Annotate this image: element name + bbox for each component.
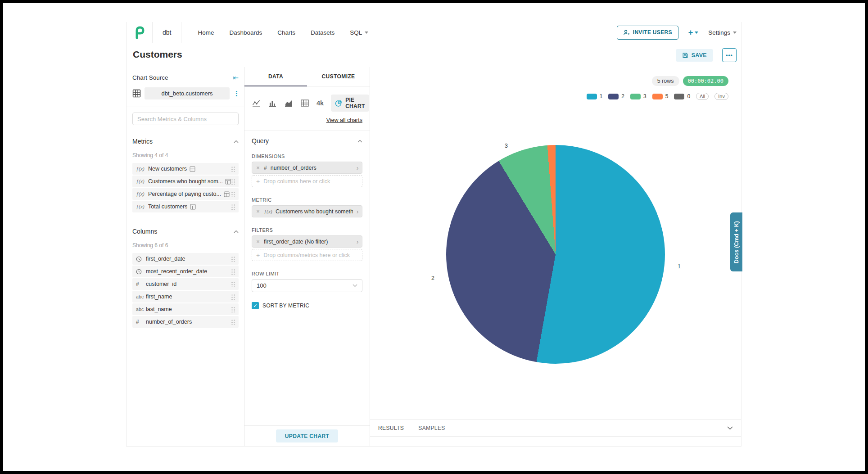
save-button[interactable]: SAVE [676,49,713,62]
metric-definition-icon[interactable] [190,204,196,210]
settings-menu[interactable]: Settings [708,29,737,36]
column-list-item[interactable]: most_recent_order_date [132,266,239,277]
metric-list-item[interactable]: ƒ(x) Total customers [132,201,239,212]
filters-control: FILTERS × first_order_date (No filter) ›… [252,227,362,261]
area-chart-icon[interactable] [284,99,293,108]
collapse-panel-icon[interactable]: ⇤ [233,74,239,81]
drag-handle[interactable] [231,178,235,185]
clock-icon [136,269,146,275]
column-list-item[interactable]: first_order_date [132,253,239,265]
drop-columns-zone[interactable]: + Drop columns here or click [252,175,362,187]
invite-users-button[interactable]: INVITE USERS [617,26,678,40]
nav-actions: INVITE USERS + Settings [617,26,741,40]
checkbox-checked-icon[interactable] [252,302,259,309]
nav-item-sql[interactable]: SQL [350,29,368,36]
nav-item-datasets[interactable]: Datasets [311,29,335,36]
remove-icon[interactable]: × [252,208,264,215]
legend-item[interactable]: 5 [652,93,669,99]
legend-invert-button[interactable]: Inv [714,93,728,100]
update-chart-button[interactable]: UPDATE CHART [276,429,338,442]
chevron-up-icon[interactable] [234,140,239,143]
drag-handle[interactable] [231,203,235,210]
drop-filters-zone[interactable]: + Drop columns/metrics here or click [252,249,362,261]
metric-definition-icon[interactable] [224,191,230,197]
workspace-name[interactable]: dbt [153,22,181,43]
metrics-showing-count: Showing 4 of 4 [132,152,239,158]
chart-legend: 1 2 3 5 0 [587,93,728,100]
chevron-up-icon[interactable] [357,140,362,143]
dataset-options-icon[interactable]: ⋮ [233,92,239,95]
legend-item[interactable]: 2 [608,93,624,99]
dimensions-label: DIMENSIONS [252,153,362,159]
metric-pill[interactable]: × ƒ(x) Customers who bought something › [252,205,362,217]
search-input[interactable] [132,113,239,125]
save-icon [682,52,688,59]
metric-definition-icon[interactable] [190,166,195,172]
drag-handle[interactable] [231,293,235,300]
legend-item[interactable]: 1 [587,93,603,99]
sort-by-metric-toggle[interactable]: SORT BY METRIC [252,302,362,309]
drag-handle[interactable] [231,191,235,197]
legend-item[interactable]: 0 [674,93,690,99]
column-list-item[interactable]: abc last_name [132,303,239,315]
legend-swatch [674,94,684,99]
metric-label: METRIC [252,197,362,203]
big-number-chart-icon[interactable]: 4k [316,99,324,107]
chevron-down-icon [695,32,698,34]
dataset-selector[interactable]: dbt_beto.customers [145,87,230,99]
tab-samples[interactable]: SAMPLES [418,425,445,431]
bar-chart-icon[interactable] [268,99,277,108]
metric-definition-icon[interactable] [225,179,231,185]
expand-results-icon[interactable] [727,426,733,430]
current-chart-type[interactable]: PIE CHART [331,95,369,112]
chevron-right-icon[interactable]: › [353,238,362,245]
remove-icon[interactable]: × [252,238,264,245]
dimensions-control: DIMENSIONS × # number_of_orders › + Drop… [252,153,362,187]
brand-logo[interactable] [127,22,153,43]
chevron-right-icon[interactable]: › [353,164,362,172]
dimension-pill[interactable]: × # number_of_orders › [252,162,362,174]
filter-pill[interactable]: × first_order_date (No filter) › [252,235,362,248]
nav-item-home[interactable]: Home [198,29,214,36]
column-list-item[interactable]: abc first_name [132,291,239,302]
line-chart-icon[interactable] [252,99,261,108]
tab-results[interactable]: RESULTS [378,425,404,431]
query-timer-badge: 00:00:02.00 [683,76,728,86]
drag-handle[interactable] [231,256,235,262]
drag-handle[interactable] [231,306,235,312]
chart-meta: 5 rows 00:00:02.00 [652,76,728,86]
drag-handle[interactable] [231,166,235,172]
legend-all-button[interactable]: All [696,93,709,100]
clock-icon [136,256,146,262]
chevron-right-icon[interactable]: › [353,208,362,215]
docs-shortcut-tab[interactable]: Docs (Cmd + K) [730,212,742,271]
panel-tabs: DATA CUSTOMIZE [244,67,370,86]
legend-item[interactable]: 3 [630,93,646,99]
view-all-charts-link[interactable]: View all charts [244,112,370,131]
chevron-down-icon [733,32,737,34]
chevron-up-icon[interactable] [234,230,239,233]
nav-item-charts[interactable]: Charts [277,29,295,36]
row-limit-select[interactable]: 100 [252,279,362,292]
tab-data[interactable]: DATA [244,67,307,86]
column-list-item[interactable]: # number_of_orders [132,316,239,328]
new-item-button[interactable]: + [688,28,699,37]
pie-chart[interactable] [446,145,665,364]
columns-showing-count: Showing 6 of 6 [132,242,239,248]
dataset-row: dbt_beto.customers ⋮ [132,87,239,99]
nav-item-dashboards[interactable]: Dashboards [229,29,262,36]
function-icon: ƒ(x) [136,204,145,209]
drag-handle[interactable] [231,281,235,287]
metric-list-item[interactable]: ƒ(x) New customers [132,163,239,175]
metric-list-item[interactable]: ƒ(x) Customers who bought som... [132,176,239,187]
tab-customize[interactable]: CUSTOMIZE [307,67,370,86]
remove-icon[interactable]: × [252,164,264,171]
chart-panel: 5 rows 00:00:02.00 1 2 3 [370,67,741,446]
table-chart-icon[interactable] [300,99,309,108]
more-options-button[interactable]: ••• [722,48,737,62]
drag-handle[interactable] [231,268,235,275]
pie-chart-icon [335,99,343,107]
drag-handle[interactable] [231,319,235,325]
column-list-item[interactable]: # customer_id [132,278,239,290]
metric-list-item[interactable]: ƒ(x) Percentage of paying custo... [132,188,239,200]
